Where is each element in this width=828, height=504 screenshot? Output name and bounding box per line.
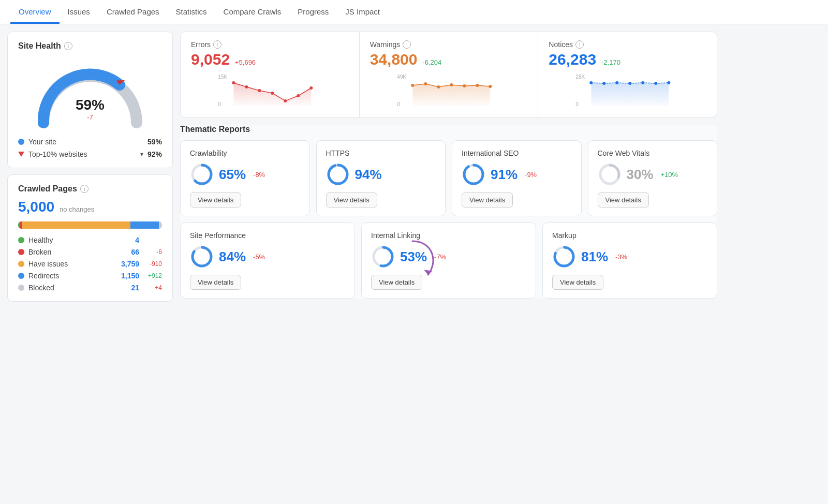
nav-statistics[interactable]: Statistics: [168, 0, 215, 24]
nav-js-impact[interactable]: JS Impact: [337, 0, 388, 24]
main-nav: Overview Issues Crawled Pages Statistics…: [0, 0, 828, 24]
site-perf-title: Site Performance: [190, 231, 345, 240]
legend-your-site: Your site 59%: [18, 138, 162, 146]
broken-val: 66: [119, 248, 139, 256]
cp-row-blocked: Blocked 21 +4: [18, 284, 162, 292]
broken-label: Broken: [28, 248, 114, 256]
cwv-score-row: 30% +10%: [598, 162, 708, 186]
warnings-chart: 49K 0: [370, 72, 528, 109]
int-link-view-btn[interactable]: View details: [371, 275, 422, 290]
gauge-change: -7: [76, 113, 105, 121]
svg-point-7: [284, 99, 287, 102]
gauge-center-text: 59% -7: [76, 97, 105, 121]
int-seo-change: -9%: [525, 171, 537, 179]
svg-text:49K: 49K: [397, 74, 406, 80]
https-title: HTTPS: [326, 149, 436, 157]
int-seo-score: 91%: [491, 167, 518, 183]
cwv-view-btn[interactable]: View details: [598, 192, 649, 207]
healthy-label: Healthy: [28, 236, 114, 244]
site-perf-view-btn[interactable]: View details: [190, 275, 241, 290]
svg-point-6: [271, 92, 274, 95]
crawled-pages-info-icon[interactable]: i: [80, 185, 88, 193]
blocked-dot: [18, 285, 24, 291]
errors-value: 9,052: [191, 51, 230, 68]
warnings-sparkline: 49K 0: [370, 72, 528, 109]
warnings-label: Warnings i: [370, 40, 528, 49]
markup-change: -3%: [615, 253, 627, 261]
crawlability-score-row: 65% -8%: [190, 162, 300, 186]
redirects-val: 1,150: [119, 272, 139, 280]
right-column: Errors i 9,052 +5,696 15K 0: [180, 32, 717, 302]
blocked-val: 21: [119, 284, 139, 292]
notices-value-row: 26,283 -2,170: [549, 51, 706, 68]
errors-sparkline: 15K 0: [191, 72, 349, 109]
crawled-pages-legend: Healthy 4 Broken 66 -6 Have issues 3,759…: [18, 236, 162, 292]
markup-score: 81%: [581, 249, 608, 265]
cwv-change: +10%: [661, 171, 678, 179]
crawled-count-row: 5,000 no changes: [18, 199, 162, 215]
markup-view-btn[interactable]: View details: [552, 275, 603, 290]
your-site-dot: [18, 139, 24, 145]
warnings-change: -6,204: [422, 58, 441, 66]
svg-point-25: [642, 81, 645, 84]
top10-dropdown-icon[interactable]: ▾: [140, 151, 143, 158]
legend-top10: Top-10% websites ▾ 92%: [18, 150, 162, 158]
your-site-val: 59%: [147, 138, 162, 146]
notices-metric: Notices i 26,283 -2,170 28K 0: [538, 32, 717, 117]
nav-crawled-pages[interactable]: Crawled Pages: [98, 0, 168, 24]
svg-point-9: [309, 86, 313, 90]
crawled-count: 5,000: [18, 199, 54, 215]
svg-point-16: [463, 84, 466, 87]
crawlability-view-btn[interactable]: View details: [190, 192, 241, 207]
int-seo-score-row: 91% -9%: [462, 162, 572, 186]
svg-point-24: [629, 82, 632, 85]
nav-overview[interactable]: Overview: [10, 0, 60, 24]
warnings-info-icon[interactable]: i: [403, 40, 411, 49]
nav-issues[interactable]: Issues: [60, 0, 98, 24]
top10-val: 92%: [147, 150, 162, 158]
metrics-row: Errors i 9,052 +5,696 15K 0: [180, 32, 717, 117]
redirects-label: Redirects: [28, 272, 114, 280]
svg-point-22: [603, 82, 606, 85]
svg-point-14: [437, 85, 440, 88]
site-perf-score: 84%: [219, 249, 246, 265]
top10-label: Top-10% websites: [28, 150, 136, 158]
notices-value: 26,283: [549, 51, 596, 68]
svg-point-12: [411, 84, 414, 87]
svg-point-8: [297, 94, 300, 97]
markup-title: Markup: [552, 231, 707, 240]
cwv-title: Core Web Vitals: [598, 149, 708, 157]
report-site-performance: Site Performance 84% -5% View details: [180, 223, 355, 299]
errors-label: Errors i: [191, 40, 349, 49]
broken-dot: [18, 249, 24, 255]
report-https: HTTPS 94% View details: [316, 140, 446, 216]
svg-point-13: [424, 82, 427, 85]
thematic-reports-section: Thematic Reports Crawlability 65% -8% Vi…: [180, 125, 717, 299]
top10-triangle: [18, 152, 24, 157]
nav-compare-crawls[interactable]: Compare Crawls: [215, 0, 290, 24]
healthy-val: 4: [119, 236, 139, 244]
report-internal-linking: Internal Linking 53% -7% View details: [361, 223, 536, 299]
svg-point-33: [464, 165, 483, 184]
svg-point-23: [616, 81, 619, 84]
nav-progress[interactable]: Progress: [289, 0, 337, 24]
errors-info-icon[interactable]: i: [213, 40, 221, 49]
site-health-info-icon[interactable]: i: [64, 42, 72, 50]
int-seo-view-btn[interactable]: View details: [462, 192, 513, 207]
https-view-btn[interactable]: View details: [326, 192, 377, 207]
your-site-label: Your site: [28, 138, 143, 146]
markup-ring: [552, 245, 576, 269]
left-column: Site Health i 59% -7: [7, 32, 173, 302]
int-seo-title: International SEO: [462, 149, 572, 157]
int-link-score: 53%: [400, 249, 427, 265]
thematic-reports-title: Thematic Reports: [180, 125, 717, 134]
notices-info-icon[interactable]: i: [575, 40, 584, 49]
warnings-value-row: 34,800 -6,204: [370, 51, 528, 68]
svg-point-17: [476, 84, 479, 87]
int-link-change: -7%: [434, 253, 446, 261]
notices-sparkline: 28K 0: [549, 72, 706, 109]
cwv-score: 30%: [627, 167, 654, 183]
blocked-change: +4: [143, 284, 162, 291]
svg-point-27: [668, 81, 671, 84]
broken-change: -6: [143, 248, 162, 256]
